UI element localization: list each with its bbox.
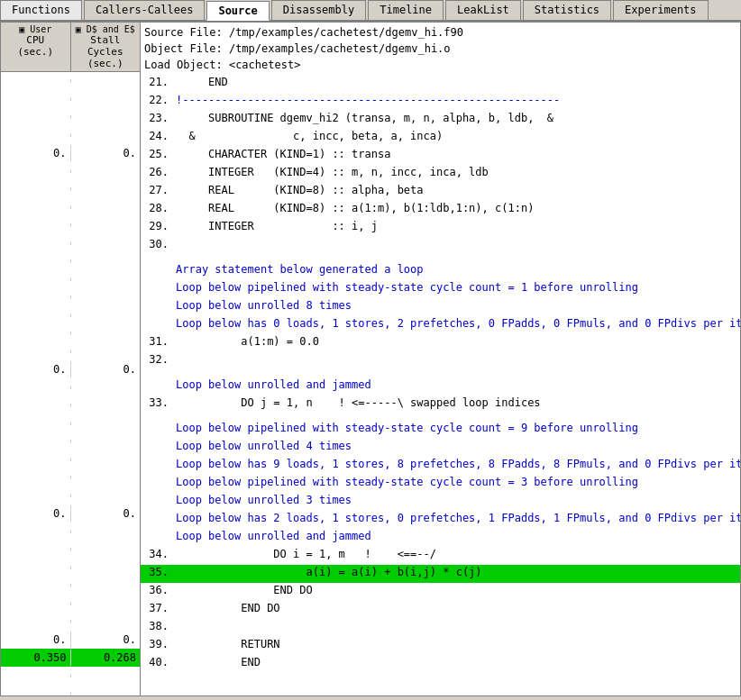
- stall-value: [71, 494, 141, 497]
- data-row: [1, 595, 140, 613]
- line-number: 26.: [141, 165, 172, 179]
- line-number: 32.: [141, 352, 172, 367]
- source-code: Loop below has 9 loads, 1 stores, 8 pref…: [172, 457, 740, 471]
- tab-functions[interactable]: Functions: [0, 0, 82, 20]
- line-number: 38.: [141, 619, 172, 633]
- data-row: [1, 324, 140, 342]
- source-separator: [141, 414, 740, 421]
- source-code: !---------------------------------------…: [172, 93, 740, 107]
- stall-value: 0.: [71, 361, 141, 377]
- stall-icon: ▣ D$ and E$: [75, 24, 137, 34]
- line-number: 22.: [141, 93, 172, 107]
- source-row: 30.: [141, 237, 740, 255]
- cpu-value: [1, 620, 71, 623]
- cpu-value: 0.: [1, 505, 71, 522]
- line-number: 30.: [141, 237, 172, 251]
- source-row: 33. DO j = 1, n ! <=-----\ swapped loop …: [141, 395, 740, 414]
- stall-value: [71, 115, 141, 119]
- line-number: [141, 377, 172, 379]
- column-headers: ▣ User CPU (sec.) ▣ D$ and E$ Stall Cycl…: [1, 23, 140, 72]
- source-code: DO j = 1, n ! <=-----\ swapped loop indi…: [172, 395, 740, 410]
- cpu-value: [1, 548, 71, 551]
- source-code: REAL (KIND=8) :: alpha, beta: [172, 183, 740, 197]
- source-file-line: Source File: /tmp/examples/cachetest/dge…: [144, 24, 736, 41]
- source-code: Loop below unrolled 8 times: [172, 298, 740, 313]
- line-number: 36.: [141, 583, 172, 597]
- line-number: 37.: [141, 601, 172, 615]
- cpu-value: [1, 332, 71, 335]
- source-code: Loop below unrolled 4 times: [172, 439, 740, 453]
- source-row: 25. CHARACTER (KIND=1) :: transa: [141, 147, 740, 165]
- stall-value: [71, 223, 141, 227]
- data-row: 0.0.: [1, 144, 140, 162]
- data-row: [1, 468, 140, 486]
- line-number: 25.: [141, 147, 172, 161]
- source-row: 37. END DO: [141, 601, 740, 619]
- data-row: [1, 234, 140, 252]
- data-row: [1, 559, 140, 577]
- data-row: 0.0.: [1, 505, 140, 523]
- line-number: [141, 475, 172, 477]
- stall-value: [71, 350, 141, 353]
- source-row: 21. END: [141, 75, 740, 93]
- source-panel[interactable]: Source File: /tmp/examples/cachetest/dge…: [141, 23, 740, 695]
- stall-value: [71, 458, 141, 461]
- line-number: 21.: [141, 75, 172, 89]
- cpu-value: [1, 79, 71, 83]
- data-row: [1, 577, 140, 595]
- stall-value: [71, 241, 141, 245]
- cpu-value: [1, 350, 71, 353]
- stall-value: [71, 674, 141, 677]
- cpu-value: [1, 476, 71, 479]
- source-code: DO i = 1, m ! <==--/: [172, 547, 740, 561]
- cpu-value: [1, 314, 71, 317]
- tab-leaklist[interactable]: LeakList: [445, 0, 521, 20]
- data-row: [1, 270, 140, 288]
- line-number: 27.: [141, 183, 172, 197]
- cpu-value: [1, 566, 71, 569]
- source-row: Loop below unrolled and jammed: [141, 377, 740, 395]
- cpu-value: [1, 458, 71, 461]
- stall-value: [71, 314, 141, 317]
- source-code: END DO: [172, 583, 740, 597]
- stall-value: [71, 476, 141, 479]
- stall-value: [71, 187, 141, 191]
- tab-statistics[interactable]: Statistics: [523, 0, 611, 20]
- stall-value: [71, 566, 141, 569]
- cpu-value: [1, 674, 71, 677]
- cpu-value: 0.: [1, 632, 71, 648]
- source-row: Loop below pipelined with steady-state c…: [141, 280, 740, 298]
- source-code: SUBROUTINE dgemv_hi2 (transa, m, n, alph…: [172, 111, 740, 125]
- line-number: 23.: [141, 111, 172, 125]
- cpu-value: [1, 440, 71, 443]
- cpu-icon: ▣ User: [5, 24, 67, 34]
- data-row: [1, 667, 140, 685]
- stall-col-header: ▣ D$ and E$ Stall Cycles (sec.): [71, 23, 141, 71]
- tab-source[interactable]: Source: [206, 1, 269, 21]
- tab-timeline[interactable]: Timeline: [368, 0, 444, 20]
- tab-disassembly[interactable]: Disassembly: [271, 0, 366, 20]
- data-row: [1, 613, 140, 631]
- source-row: Loop below unrolled 3 times: [141, 493, 740, 511]
- tab-experiments[interactable]: Experiments: [613, 0, 708, 20]
- line-number: [141, 529, 172, 531]
- line-number: [141, 316, 172, 318]
- stall-value: [71, 692, 141, 695]
- cpu-value: [1, 115, 71, 119]
- source-row: Loop below pipelined with steady-state c…: [141, 421, 740, 439]
- source-code: Loop below has 0 loads, 1 stores, 2 pref…: [172, 316, 740, 331]
- stall-value: [71, 133, 141, 137]
- cpu-value: [1, 223, 71, 227]
- source-code: REAL (KIND=8) :: a(1:m), b(1:ldb,1:n), c…: [172, 201, 740, 215]
- cpu-value: [1, 584, 71, 587]
- stall-value: 0.: [71, 505, 141, 522]
- source-row: 31. a(1:m) = 0.0: [141, 334, 740, 352]
- tab-callers-callees[interactable]: Callers-Callees: [84, 0, 205, 20]
- cpu-unit: (sec.): [5, 46, 67, 58]
- main-content: ▣ User CPU (sec.) ▣ D$ and E$ Stall Cycl…: [0, 22, 741, 696]
- data-row: [1, 685, 140, 695]
- source-code: END DO: [172, 601, 740, 615]
- data-row: [1, 523, 140, 541]
- data-row: [1, 162, 140, 180]
- line-number: 39.: [141, 637, 172, 651]
